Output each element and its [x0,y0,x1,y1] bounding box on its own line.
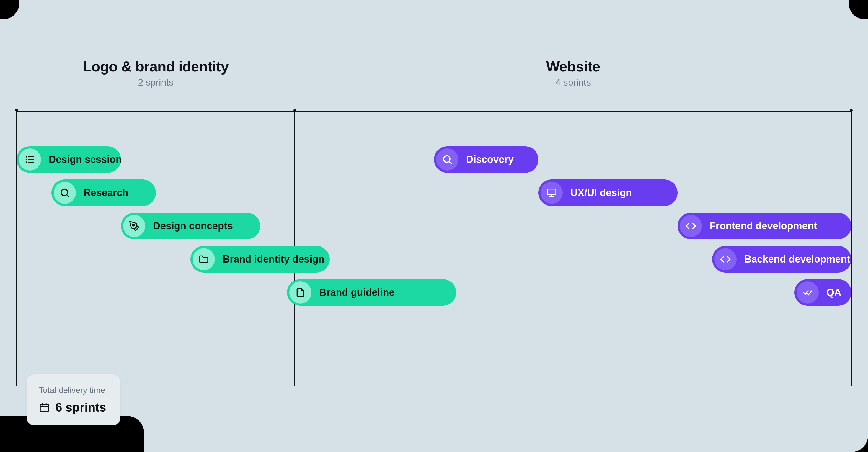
section-header-website: Website 4 sprints [295,58,851,88]
monitor-icon [540,182,563,204]
task-row: Design conceptsFrontend development [17,213,851,239]
code-icon [680,215,702,237]
check-icon [797,281,819,304]
calendar-icon [39,402,50,413]
task-label: Discovery [466,154,514,165]
code-icon [714,248,737,270]
section-title: Logo & brand identity [17,58,295,75]
task-lanes: Design sessionDiscoveryResearchUX/UI des… [17,146,851,306]
summary-card: Total delivery time 6 sprints [27,374,120,425]
list-icon [19,148,41,171]
task-bar[interactable]: UX/UI design [538,179,678,206]
section-header-branding: Logo & brand identity 2 sprints [17,58,295,88]
section-sprints: 4 sprints [295,77,851,88]
task-bar[interactable]: Frontend development [678,213,851,239]
task-bar[interactable]: Discovery [434,146,538,173]
task-label: Research [84,187,128,199]
section-headers: Logo & brand identity 2 sprints Website … [17,58,851,88]
task-bar[interactable]: Backend development [712,246,851,273]
task-bar[interactable]: Brand identity design [190,246,330,273]
search-icon [436,148,458,171]
summary-value: 6 sprints [39,400,106,414]
task-label: Frontend development [710,220,817,232]
task-bar[interactable]: QA [795,279,851,306]
section-sprints: 2 sprints [17,77,295,88]
task-bar[interactable]: Research [52,179,156,206]
task-row: Brand guidelineQA [17,279,851,306]
task-bar[interactable]: Design concepts [121,213,260,239]
task-row: Brand identity designBackend development [17,246,851,273]
task-label: UX/UI design [570,187,632,199]
corner-notch [0,0,20,20]
corner-notch [848,0,868,20]
search-icon [54,182,76,204]
summary-label: Total delivery time [39,386,106,395]
task-label: Brand guideline [319,287,395,298]
task-label: Backend development [744,253,850,265]
task-label: Design concepts [153,220,233,232]
task-label: Design session [49,154,122,165]
task-row: ResearchUX/UI design [17,179,851,206]
task-bar[interactable]: Brand guideline [287,279,456,306]
pen-icon [123,215,145,237]
task-label: QA [827,287,841,298]
folder-icon [193,248,215,270]
file-icon [289,281,311,304]
task-row: Design sessionDiscovery [17,146,851,173]
task-bar[interactable]: Design session [17,146,121,173]
summary-value-text: 6 sprints [55,400,106,414]
section-title: Website [295,58,851,75]
task-label: Brand identity design [222,253,324,265]
timeline-panel: Logo & brand identity 2 sprints Website … [0,0,868,452]
